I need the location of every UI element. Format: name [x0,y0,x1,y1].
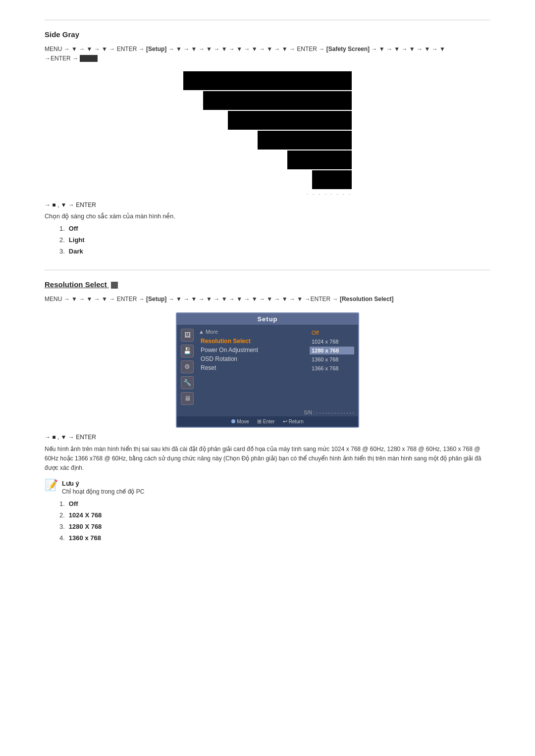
setup-icon-3: ⚙ [181,360,194,373]
resolution-options: 1.Off 2.1024 X 768 3.1280 X 768 4.1360 x… [59,500,490,542]
setup-item-resolution: Resolution Select [199,337,307,346]
setup-menu-items: ▲ More Resolution Select Power On Adjust… [199,329,307,405]
note-text: Chỉ hoạt động trong chế độ PC [62,488,144,495]
setup-value-off: Off [310,329,354,337]
list-item: 2.1024 X 768 [59,511,490,519]
resolution-select-section: Resolution Select MENU → ▼ → ▼ → ▼ → ENT… [45,270,490,542]
setup-menu-title: Setup [177,313,358,325]
setup-item-osd: OSD Rotation [199,354,307,363]
side-gray-desc: Chọn độ sáng cho sắc xám của màn hình nề… [45,212,490,220]
side-gray-section: Side Gray MENU → ▼ → ▼ → ▼ → ENTER → [Se… [45,20,490,255]
setup-footer: Move ⊞ Enter ↩ Return [177,416,358,427]
note-label: Lưu ý [62,480,144,487]
setup-menu: Setup 🖼 💾 ⚙ 🔧 🖥 ▲ More Resolution Select [176,312,359,428]
setup-menu-body: 🖼 💾 ⚙ 🔧 🖥 ▲ More Resolution Select Power… [177,325,358,409]
footer-label-enter: Enter [263,419,275,424]
setup-menu-screenshot: Setup 🖼 💾 ⚙ 🔧 🖥 ▲ More Resolution Select [45,312,490,428]
setup-item-power: Power On Adjustment [199,346,307,354]
side-gray-options: 1.Off 2.Light 3.Dark [59,225,490,255]
side-gray-title: Side Gray [45,30,490,39]
side-gray-nav: MENU → ▼ → ▼ → ▼ → ENTER → [Setup] → ▼ →… [45,45,490,63]
side-gray-arrow: → ■ , ▼ → ENTER [45,202,490,208]
list-item: 3.Dark [59,248,490,255]
resolution-nav: MENU → ▼ → ▼ → ▼ → ENTER → [Setup] → ▼ →… [45,295,490,304]
setup-value-1366: 1366 x 768 [310,364,354,372]
footer-return: ↩ Return [283,418,304,425]
setup-value-1024: 1024 x 768 [310,338,354,346]
setup-value-1360: 1360 x 768 [310,355,354,363]
footer-label-move: Move [237,419,249,424]
staircase-image: - - - - - - - - [45,71,490,197]
nav-bracket-resselect: [Resolution Select] [340,296,394,302]
resolution-arrow: → ■ , ▼ → ENTER [45,434,490,441]
footer-icon-return: ↩ [283,418,287,425]
setup-sn: S/N : - - - - - - - - - - - - - [177,409,358,416]
list-item: 2.Light [59,236,490,244]
nav-bracket-safety: [Safety Screen] [326,46,370,52]
setup-icon-2: 💾 [181,345,194,357]
footer-label-return: Return [289,419,304,424]
note-box: 📝 Lưu ý Chỉ hoạt động trong chế độ PC [45,480,490,495]
list-item: 1.Off [59,500,490,507]
setup-menu-values: Off 1024 x 768 1280 x 768 1360 x 768 136… [310,329,354,405]
list-item: 3.1280 X 768 [59,523,490,530]
list-item: 4.1360 x 768 [59,534,490,542]
setup-item-reset: Reset [199,363,307,372]
setup-icon-5: 🖥 [181,392,194,405]
list-item: 1.Off [59,225,490,232]
nav-bracket-setup: [Setup] [146,46,166,52]
note-icon: 📝 [45,479,58,492]
resolution-desc: Nếu hình ảnh trên màn hình hiển thị sai … [45,445,490,473]
footer-icon-enter: ⊞ [257,418,262,425]
nav-bracket-setup2: [Setup] [146,296,166,302]
resolution-select-title: Resolution Select [45,280,490,289]
title-icon-square [111,282,118,289]
nav-highlight [80,55,98,62]
footer-move: Move [231,418,249,425]
setup-value-1280: 1280 x 768 [310,347,354,354]
note-content-area: Lưu ý Chỉ hoạt động trong chế độ PC [62,480,144,495]
setup-more: ▲ More [199,329,307,335]
setup-icons-column: 🖼 💾 ⚙ 🔧 🖥 [181,329,196,405]
footer-dot-move [231,419,235,423]
setup-icon-4: 🔧 [181,376,194,389]
footer-enter: ⊞ Enter [257,418,275,425]
setup-icon-1: 🖼 [181,329,194,342]
